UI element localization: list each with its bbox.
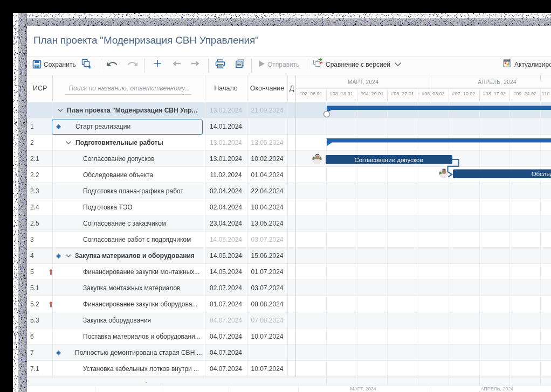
svg-text:Обследование объекта: Обследование объекта [532,171,551,177]
svg-text:Согласование допусков: Согласование допусков [354,157,423,163]
